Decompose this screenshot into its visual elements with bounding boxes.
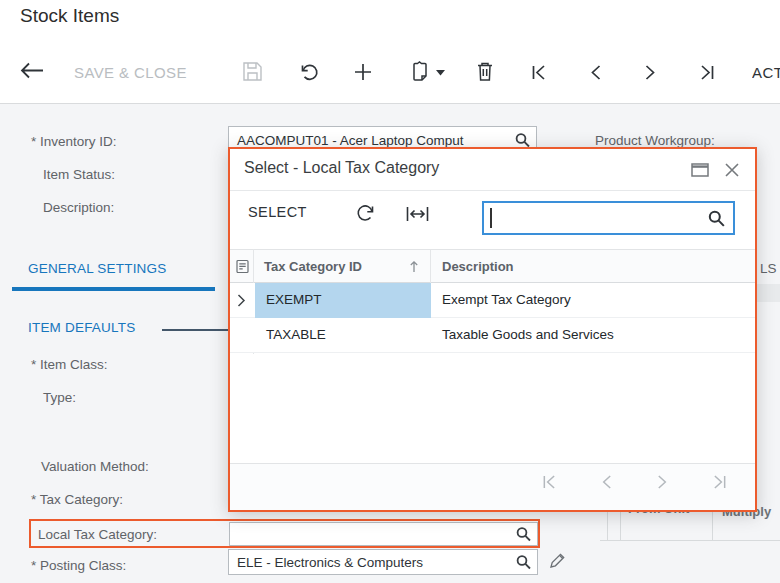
item-defaults-section-title: ITEM DEFAULTS [28,320,135,335]
copy-paste-button[interactable] [411,61,428,82]
refresh-button[interactable] [356,203,377,224]
item-class-label: * Item Class: [31,357,108,372]
dialog-title: Select - Local Tax Category [244,159,439,177]
grid-header-tax-category-id[interactable]: Tax Category ID [264,259,362,274]
page-prev-button[interactable] [600,475,612,489]
grid-row-taxable[interactable]: TAXABLE Taxable Goods and Services [230,318,755,353]
tab-partial-right[interactable]: LS [760,261,777,276]
delete-button[interactable] [477,61,493,81]
save-icon [243,62,262,81]
clipboard-icon [411,61,428,82]
cell-description-text[interactable]: Exempt Tax Category [442,292,571,307]
posting-class-lookup-icon[interactable] [516,555,531,570]
page-next-button[interactable] [657,475,669,489]
go-last-button[interactable] [700,65,715,80]
fit-width-button[interactable] [406,207,429,221]
cell-id-text[interactable]: EXEMPT [266,292,322,307]
plus-icon [354,63,372,81]
inventory-id-lookup-icon[interactable] [515,133,530,148]
sort-asc-icon [409,260,419,273]
undo-button[interactable] [299,62,319,82]
pencil-icon [549,552,566,569]
page-prev-icon [600,475,612,489]
go-last-icon [700,65,715,80]
row-selector-icon [237,294,246,307]
dialog-search-icon[interactable] [708,210,725,227]
local-tax-category-lookup-icon[interactable] [516,527,531,542]
page-title: Stock Items [20,5,119,27]
go-next-button[interactable] [645,65,657,80]
posting-class-field[interactable]: ELE - Electronics & Computers [228,549,538,575]
back-arrow-icon [20,62,44,79]
select-button[interactable]: SELECT [248,204,307,220]
save-close-button[interactable]: SAVE & CLOSE [74,64,187,81]
grid-settings-button[interactable] [236,259,249,274]
tab-general-settings[interactable]: GENERAL SETTINGS [28,261,166,276]
background-panel-fragment [757,284,780,302]
grid-settings-icon [236,259,249,274]
local-tax-category-field[interactable] [229,522,538,546]
undo-icon [299,62,319,82]
inventory-id-label: * Inventory ID: [31,134,117,149]
type-label: Type: [43,390,76,405]
refresh-icon [356,203,377,224]
tab-active-underline [12,287,215,291]
maximize-icon [691,163,709,177]
grid-header-description[interactable]: Description [442,259,514,274]
select-local-tax-category-dialog: Select - Local Tax Category SELECT Tax C… [228,147,757,512]
dialog-divider [230,190,755,191]
go-prev-button[interactable] [589,65,601,80]
caret-down-icon [436,70,445,76]
page-last-icon [713,475,727,489]
page-first-button[interactable] [542,475,556,489]
go-first-icon [531,65,546,80]
copy-paste-menu-button[interactable] [436,70,445,76]
text-cursor [490,208,492,228]
close-icon [725,163,739,177]
grid-row-exempt[interactable]: EXEMPT Exempt Tax Category [230,283,755,318]
cell-id-text[interactable]: TAXABLE [266,327,326,342]
grid-header-row: Tax Category ID Description [230,249,755,283]
valuation-method-label: Valuation Method: [41,459,149,474]
page-last-button[interactable] [713,475,727,489]
posting-class-value: ELE - Electronics & Computers [237,555,423,570]
dialog-pagination [230,464,755,510]
cell-description-text[interactable]: Taxable Goods and Services [442,327,614,342]
page-next-icon [657,475,669,489]
posting-class-edit-button[interactable] [549,552,566,569]
grid-column-divider [430,250,431,284]
trash-icon [477,61,493,81]
description-label: Description: [43,200,114,215]
local-tax-category-label: Local Tax Category: [38,527,157,542]
back-button[interactable] [20,62,44,79]
item-status-label: Item Status: [43,167,115,182]
add-button[interactable] [354,63,372,81]
actions-button[interactable]: ACTIONS [752,64,780,81]
dialog-maximize-button[interactable] [691,163,709,177]
posting-class-label: * Posting Class: [31,558,126,573]
page-first-icon [542,475,556,489]
go-prev-icon [589,65,601,80]
go-first-button[interactable] [531,65,546,80]
bg-grid-line [600,540,780,541]
section-divider-line [162,329,228,331]
save-button[interactable] [243,62,262,81]
inventory-id-value: AACOMPUT01 - Acer Laptop Comput [237,133,464,148]
actions-label: ACTIONS [752,64,780,81]
dialog-search-box[interactable] [482,201,735,235]
tax-category-label: * Tax Category: [31,492,123,507]
save-close-label: SAVE & CLOSE [74,64,187,81]
stock-items-screen: Stock Items SAVE & CLOSE ACTIONS * Inven… [0,0,780,583]
go-next-icon [645,65,657,80]
fit-width-icon [406,207,429,221]
dialog-close-button[interactable] [725,163,739,177]
dialog-search-input[interactable] [492,205,702,231]
product-workgroup-label: Product Workgroup: [595,133,715,148]
